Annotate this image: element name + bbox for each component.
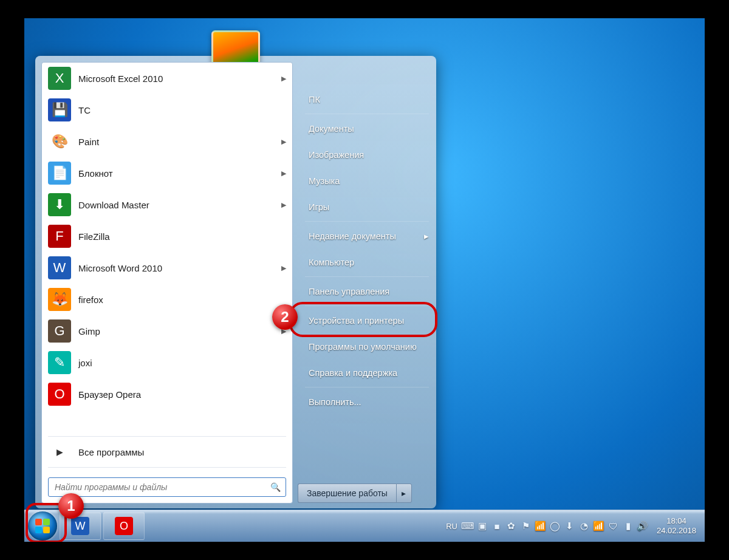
app-icon: 💾 (48, 98, 71, 121)
tray-icon[interactable]: ◯ (550, 521, 561, 531)
program-item[interactable]: WMicrosoft Word 2010▶ (42, 252, 292, 284)
system-link[interactable]: Документы (298, 115, 436, 142)
chevron-right-icon: ▶ (48, 447, 71, 457)
program-label: Браузер Opera (78, 389, 286, 400)
all-programs-label: Все программы (78, 447, 144, 457)
system-link-label: Выполнить... (309, 397, 361, 407)
pinned-programs-list: XMicrosoft Excel 2010▶💾TC🎨Paint▶📄Блокнот… (42, 63, 292, 410)
start-menu-left-panel: XMicrosoft Excel 2010▶💾TC🎨Paint▶📄Блокнот… (41, 62, 293, 504)
tray-icon[interactable]: 📶 (594, 521, 604, 531)
chevron-right-icon: ▶ (281, 264, 286, 272)
tray-icon[interactable]: ◔ (579, 521, 590, 531)
chevron-right-icon: ▶ (281, 138, 286, 146)
system-link-label: Компьютер (309, 258, 354, 267)
system-link[interactable]: Панель управления (298, 278, 436, 304)
clock[interactable]: 18:04 24.02.2018 (657, 516, 696, 536)
language-indicator[interactable]: RU (446, 522, 457, 531)
program-label: FileZilla (78, 231, 286, 242)
app-icon: X (48, 67, 71, 90)
program-item[interactable]: GGimp▶ (42, 315, 292, 347)
system-link[interactable]: Игры (298, 194, 436, 220)
system-link[interactable]: Программы по умолчанию (298, 333, 436, 360)
separator (305, 276, 429, 277)
program-label: Microsoft Word 2010 (78, 263, 281, 273)
separator (305, 221, 429, 222)
program-item[interactable]: 🦊firefox (42, 284, 292, 315)
program-item[interactable]: 🎨Paint▶ (42, 126, 292, 157)
system-link[interactable]: Справка и поддержка (298, 360, 436, 386)
system-link-label: Документы (309, 124, 354, 134)
app-icon: 🎨 (48, 130, 71, 153)
desktop: XMicrosoft Excel 2010▶💾TC🎨Paint▶📄Блокнот… (24, 18, 705, 542)
program-item[interactable]: 💾TC (42, 94, 292, 126)
search-icon: 🔍 (270, 482, 281, 492)
chevron-right-icon: ▶ (281, 201, 286, 209)
system-link[interactable]: Недавние документы▸ (298, 223, 436, 249)
windows-logo-icon (35, 519, 50, 533)
app-icon: O (48, 383, 71, 406)
tray-icon[interactable]: 🔊 (637, 521, 648, 531)
start-menu: XMicrosoft Excel 2010▶💾TC🎨Paint▶📄Блокнот… (35, 56, 436, 508)
program-item[interactable]: ✎joxi (42, 347, 292, 378)
chevron-right-icon: ▶ (281, 75, 286, 83)
search-box[interactable]: 🔍 (48, 477, 286, 497)
system-links-list: ПКДокументыИзображенияМузыкаИгрыНедавние… (298, 86, 436, 415)
clock-time: 18:04 (657, 516, 696, 526)
program-label: joxi (78, 358, 286, 368)
tray-icon[interactable]: ■ (491, 521, 502, 531)
chevron-right-icon: ▸ (424, 231, 429, 241)
start-menu-right-panel: ПКДокументыИзображенияМузыкаИгрыНедавние… (298, 56, 436, 508)
system-link[interactable]: Устройства и принтеры (298, 307, 436, 333)
start-button[interactable] (28, 511, 57, 541)
shutdown-button[interactable]: Завершение работы (298, 483, 396, 503)
tray-icon[interactable]: ⚑ (521, 521, 532, 531)
tray-icon[interactable]: ✿ (506, 521, 517, 531)
clock-date: 24.02.2018 (657, 526, 696, 536)
separator (305, 387, 429, 388)
system-link-label: Панель управления (309, 287, 389, 296)
system-link[interactable]: Музыка (298, 168, 436, 194)
chevron-right-icon: ▶ (281, 327, 286, 335)
separator (48, 436, 286, 437)
program-item[interactable]: OБраузер Opera (42, 378, 292, 410)
taskbar: WO RU ⌨▣■✿⚑📶◯⬇◔📶🛡▮🔊 18:04 24.02.2018 (24, 510, 705, 542)
program-item[interactable]: XMicrosoft Excel 2010▶ (42, 63, 292, 94)
tray-icon[interactable]: 📶 (535, 521, 546, 531)
tray-icon[interactable]: ▮ (623, 521, 634, 531)
app-icon: W (48, 256, 71, 279)
program-item[interactable]: FFileZilla (42, 220, 292, 252)
app-icon: W (71, 517, 89, 535)
app-icon: ✎ (48, 351, 71, 374)
app-icon: 📄 (48, 162, 71, 185)
all-programs[interactable]: ▶ Все программы (42, 438, 292, 466)
tray-icon[interactable]: ⌨ (462, 521, 473, 531)
shutdown-label: Завершение работы (307, 488, 388, 498)
shutdown-options-button[interactable]: ▸ (396, 483, 412, 503)
separator (305, 114, 429, 114)
program-label: Download Master (78, 200, 281, 210)
system-link[interactable]: ПК (298, 86, 436, 112)
system-link-label: Недавние документы (309, 231, 396, 241)
program-label: firefox (78, 295, 286, 305)
program-item[interactable]: ⬇Download Master▶ (42, 189, 292, 220)
system-link-label: Изображения (309, 150, 364, 160)
taskbar-app[interactable]: W (60, 512, 101, 540)
chevron-right-icon: ▶ (281, 169, 286, 177)
taskbar-app[interactable]: O (103, 512, 145, 540)
system-link[interactable]: Изображения (298, 142, 436, 168)
system-tray: RU ⌨▣■✿⚑📶◯⬇◔📶🛡▮🔊 18:04 24.02.2018 (446, 510, 700, 542)
tray-icon[interactable]: ▣ (477, 521, 488, 531)
tray-icon[interactable]: 🛡 (608, 521, 619, 531)
system-link[interactable]: Выполнить... (298, 389, 436, 415)
system-link-label: Музыка (309, 176, 340, 186)
app-icon: ⬇ (48, 193, 71, 216)
program-item[interactable]: 📄Блокнот▶ (42, 157, 292, 189)
program-label: TC (78, 105, 286, 115)
system-link[interactable]: Компьютер (298, 249, 436, 275)
system-link-label: ПК (309, 95, 320, 104)
separator (48, 467, 286, 468)
tray-icon[interactable]: ⬇ (564, 521, 575, 531)
search-input[interactable] (53, 482, 270, 493)
separator (305, 306, 429, 306)
app-icon: O (115, 517, 133, 535)
